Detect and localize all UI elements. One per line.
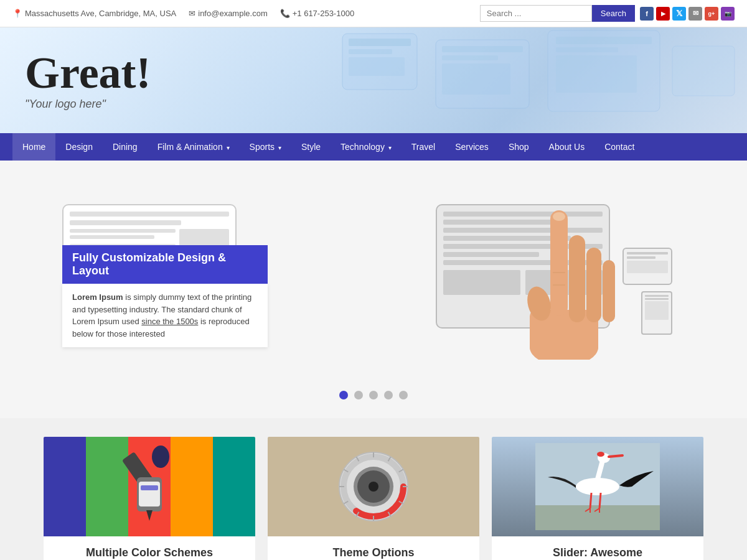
slider-dot-2[interactable] xyxy=(354,391,363,399)
color-scheme-image xyxy=(44,437,255,536)
svg-line-55 xyxy=(599,493,601,508)
nav-item-travel[interactable]: Travel xyxy=(402,133,445,161)
slider-dots xyxy=(339,391,408,399)
svg-rect-6 xyxy=(442,55,498,60)
svg-rect-2 xyxy=(349,49,392,54)
header-area: Great! "Your logo here" xyxy=(0,27,747,133)
dropdown-arrow: ▾ xyxy=(278,144,281,151)
facebook-icon[interactable]: f xyxy=(640,7,654,21)
nav-item-about[interactable]: About Us xyxy=(539,133,595,161)
hero-slider: Fully Customizable Design & Layout Lorem… xyxy=(0,161,747,418)
slider-content: Fully Customizable Design & Layout Lorem… xyxy=(62,179,685,353)
phone-icon: 📞 xyxy=(280,9,290,18)
svg-point-20 xyxy=(553,212,565,221)
slider-right xyxy=(361,179,685,353)
dropdown-arrow: ▾ xyxy=(227,144,230,151)
nav-list: Home Design Dining Film & Animation ▾ Sp… xyxy=(12,133,735,161)
small-devices xyxy=(622,248,672,335)
svg-rect-9 xyxy=(556,37,652,44)
logo: Great! "Your logo here" xyxy=(25,50,151,111)
twitter-icon[interactable]: 𝕏 xyxy=(672,7,686,21)
feature-title-slider-awesome: Slider: Awesome xyxy=(502,546,693,559)
search-input[interactable] xyxy=(480,5,592,22)
feature-card-color-schemes: Multiple Color Schemes Various, carefull… xyxy=(44,437,255,560)
theme-options-image xyxy=(268,437,479,536)
top-bar: 📍 Massachusetts Ave, Cambridge, MA, USA … xyxy=(0,0,747,27)
svg-line-54 xyxy=(590,493,591,508)
features-section: Multiple Color Schemes Various, carefull… xyxy=(0,418,747,560)
svg-rect-29 xyxy=(141,485,158,490)
email-icon: ✉ xyxy=(189,9,195,18)
svg-rect-3 xyxy=(349,57,405,76)
feature-body-slider-awesome: Slider: Awesome Custom fields can, be us… xyxy=(492,536,703,560)
slider-left: Fully Customizable Design & Layout Lorem… xyxy=(62,204,349,329)
hand-svg xyxy=(496,185,632,360)
search-form[interactable]: Search xyxy=(480,5,635,22)
nav-item-style[interactable]: Style xyxy=(291,133,331,161)
slider-dot-1[interactable] xyxy=(339,391,348,399)
slide-title: Fully Customizable Design & Layout xyxy=(62,245,268,284)
logo-text: Great! xyxy=(25,50,151,95)
svg-marker-26 xyxy=(146,510,153,521)
feature-card-theme-options: Theme Options Upload your logo, insert y… xyxy=(268,437,479,560)
social-icons: f ▶ 𝕏 ✉ g+ 📷 xyxy=(640,7,735,21)
svg-rect-17 xyxy=(586,248,601,322)
feature-body-color-schemes: Multiple Color Schemes Various, carefull… xyxy=(44,536,255,560)
nav-item-dining[interactable]: Dining xyxy=(103,133,148,161)
svg-rect-11 xyxy=(556,55,637,93)
address: 📍 Massachusetts Ave, Cambridge, MA, USA xyxy=(12,9,176,18)
svg-line-52 xyxy=(609,455,622,457)
header-background-decoration xyxy=(311,27,747,133)
nav-item-services[interactable]: Services xyxy=(445,133,499,161)
slider-awesome-image xyxy=(492,437,703,536)
nav-item-shop[interactable]: Shop xyxy=(499,133,539,161)
dropper-icon-svg xyxy=(118,443,181,530)
stork-svg xyxy=(535,443,660,530)
svg-point-53 xyxy=(597,452,604,457)
feature-body-theme-options: Theme Options Upload your logo, insert y… xyxy=(268,536,479,560)
slider-dot-3[interactable] xyxy=(369,391,378,399)
dial-svg xyxy=(333,446,414,527)
search-button[interactable]: Search xyxy=(592,5,635,22)
nav-item-home[interactable]: Home xyxy=(12,133,55,161)
instagram-icon[interactable]: 📷 xyxy=(721,7,735,21)
slide-description: Lorem Ipsum is simply dummy text of the … xyxy=(62,284,268,347)
feature-title-theme-options: Theme Options xyxy=(278,546,469,559)
small-phone xyxy=(641,291,672,335)
top-bar-right: Search f ▶ 𝕏 ✉ g+ 📷 xyxy=(480,5,735,22)
mockup-line-2 xyxy=(70,220,181,225)
email-social-icon[interactable]: ✉ xyxy=(688,7,702,21)
nav-item-technology[interactable]: Technology ▾ xyxy=(331,133,402,161)
svg-rect-16 xyxy=(569,235,585,322)
slide-desc-bold: Lorem Ipsum xyxy=(72,292,123,302)
nav-item-sports[interactable]: Sports ▾ xyxy=(240,133,291,161)
nav-item-design[interactable]: Design xyxy=(55,133,103,161)
nav-item-film[interactable]: Film & Animation ▾ xyxy=(148,133,240,161)
svg-rect-10 xyxy=(556,47,618,52)
phone-contact: 📞 +1 617-253-1000 xyxy=(280,9,354,18)
dropper-overlay xyxy=(44,437,255,536)
logo-tagline: "Your logo here" xyxy=(25,98,151,111)
email-contact: ✉ info@example.com xyxy=(189,9,267,18)
nav-item-contact[interactable]: Contact xyxy=(594,133,644,161)
location-icon: 📍 xyxy=(12,9,22,18)
svg-rect-15 xyxy=(550,210,568,316)
header-bg-svg xyxy=(311,27,747,133)
feature-title-color-schemes: Multiple Color Schemes xyxy=(54,546,245,559)
slide-desc-underline: since the 1500s xyxy=(141,317,198,326)
pointing-hand xyxy=(496,185,632,362)
svg-rect-12 xyxy=(672,46,735,96)
mockup-line-1 xyxy=(70,212,229,217)
svg-rect-18 xyxy=(603,260,615,322)
slide-caption: Fully Customizable Design & Layout Lorem… xyxy=(62,245,268,347)
main-navigation: Home Design Dining Film & Animation ▾ Sp… xyxy=(0,133,747,161)
feature-card-slider-awesome: Slider: Awesome Custom fields can, be us… xyxy=(492,437,703,560)
svg-rect-7 xyxy=(442,63,510,95)
svg-point-35 xyxy=(369,482,378,492)
slider-dot-5[interactable] xyxy=(399,391,408,399)
slider-dot-4[interactable] xyxy=(384,391,393,399)
youtube-icon[interactable]: ▶ xyxy=(656,7,670,21)
googleplus-icon[interactable]: g+ xyxy=(705,7,718,21)
small-monitor xyxy=(622,248,672,285)
svg-rect-5 xyxy=(442,46,523,52)
